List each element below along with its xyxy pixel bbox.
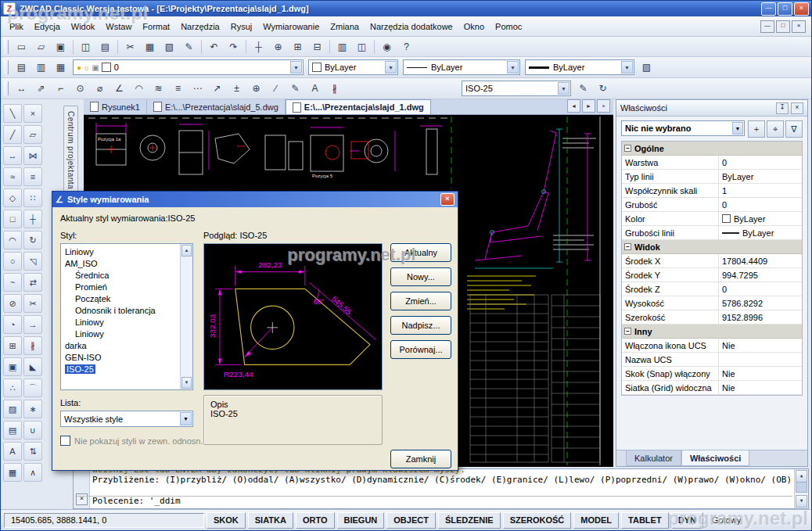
dim-center-mark-icon[interactable]: ⊕ (247, 80, 265, 98)
lineweight-dropdown[interactable]: ByLayer ▼ (525, 59, 634, 75)
new-icon[interactable]: ▭ (13, 38, 31, 56)
make-layer-current-icon[interactable]: ▦ (52, 59, 70, 77)
checkbox-icon[interactable] (60, 436, 70, 446)
prop-group-ogolne[interactable]: −Ogólne (622, 142, 802, 156)
edit-polyline-icon[interactable]: ∧ (23, 463, 42, 482)
construction-line-icon[interactable]: ↔ (3, 146, 22, 165)
undo-icon[interactable]: ↶ (205, 38, 223, 56)
menu-edycja[interactable]: Edycja (29, 20, 66, 34)
menu-pomoc[interactable]: Pomoc (490, 20, 527, 34)
hatch-icon[interactable]: ▨ (3, 400, 22, 418)
plot-icon[interactable]: ▤ (96, 38, 114, 56)
join-icon[interactable]: ∪ (23, 421, 42, 440)
scale-icon[interactable]: ◹ (23, 252, 42, 271)
offset-icon[interactable]: ≡ (23, 167, 42, 186)
dialog-close-icon[interactable]: × (440, 193, 455, 206)
toolbar-grip[interactable] (5, 81, 9, 95)
layer-states-icon[interactable]: ▥ (32, 59, 50, 77)
menu-zmiana[interactable]: Zmiana (325, 20, 365, 34)
doc-tab-e-prezentacja-slajd-1-dwg[interactable]: E:\...\Prezentacja\slajd_1.dwg (286, 99, 431, 114)
current-button[interactable]: Aktualny (390, 243, 451, 262)
polygon-icon[interactable]: ◇ (3, 188, 22, 207)
insert-block-icon[interactable]: ⊞ (3, 336, 22, 355)
chevron-down-icon[interactable]: ▼ (180, 412, 192, 425)
style-item-liniowy[interactable]: Liniowy (61, 246, 192, 257)
command-window-edge[interactable]: × (74, 469, 90, 508)
scrollbar-thumb[interactable] (796, 482, 807, 493)
style-item-poczatek[interactable]: Początek (61, 292, 192, 304)
dim-angular-icon[interactable]: ∠ (110, 80, 128, 98)
prop-row-grubosci-linii[interactable]: Grubości liniiByLayer (622, 226, 802, 240)
prop-row-srodek-x[interactable]: Środek X17804.4409 (622, 254, 802, 268)
dim-aligned-icon[interactable]: ⇗ (32, 80, 50, 98)
dim-quick-icon[interactable]: ≋ (149, 80, 167, 98)
style-item-liniowy[interactable]: Liniowy (61, 316, 192, 328)
redo-icon[interactable]: ↷ (225, 38, 243, 56)
style-item-odnosnik-i-tolerancja[interactable]: Odnosnik i tolerancja (61, 304, 192, 316)
toolbar-grip[interactable] (5, 40, 9, 54)
status-toggle-siatka[interactable]: SIATKA (248, 512, 293, 529)
command-scrollbar[interactable]: ▲ ▼ (794, 469, 808, 508)
tab-scroll-right-icon[interactable]: ► (582, 99, 595, 113)
prop-row-warstwa[interactable]: Warstwa0 (622, 156, 802, 170)
scroll-down-icon[interactable]: ▼ (181, 377, 192, 389)
chevron-down-icon[interactable]: ▼ (558, 82, 569, 95)
title-bar[interactable]: Z ZWCAD Classic Wersja testowa - [E:\Pro… (1, 1, 811, 16)
polyline-icon[interactable]: ≈ (3, 167, 22, 186)
style-item-promien[interactable]: Promień (61, 281, 192, 292)
copy-icon[interactable]: ▱ (23, 125, 42, 144)
status-toggle-dyn[interactable]: DYN (671, 512, 703, 529)
prop-row-nazwa-ucs[interactable]: Nazwa UCS (622, 353, 802, 367)
dim-ordinate-icon[interactable]: ⌐ (52, 80, 70, 98)
command-window[interactable]: × Wciśnij ESC lub ENTER aby zakończyć, l… (73, 468, 809, 509)
array-icon[interactable]: ∷ (23, 188, 42, 207)
quick-select-icon[interactable]: ∇ (785, 120, 803, 138)
dim-oblique-icon[interactable]: ∕ (267, 80, 285, 98)
status-toggle-tablet[interactable]: TABLET (621, 512, 669, 529)
dim-break-icon[interactable]: ∦ (325, 80, 343, 98)
prop-row-kolor[interactable]: KolorByLayer (622, 212, 802, 226)
list-scrollbar[interactable]: ▲ ▼ (180, 244, 192, 389)
menu-wstaw[interactable]: Wstaw (100, 20, 137, 34)
design-center-tab[interactable]: Centrum projektanta (63, 106, 78, 195)
prop-row-srodek-y[interactable]: Środek Y994.7295 (622, 268, 802, 282)
chevron-down-icon[interactable]: ▼ (507, 61, 519, 74)
color-dropdown[interactable]: ByLayer ▼ (308, 59, 398, 75)
prop-row-typ-linii[interactable]: Typ liniiByLayer (622, 170, 802, 184)
dim-update-icon[interactable]: ↻ (594, 80, 612, 98)
collapse-icon[interactable]: − (624, 243, 631, 250)
layer-properties-icon[interactable]: ▤ (13, 59, 31, 77)
plot-style-icon[interactable]: ▧ (638, 59, 656, 77)
open-icon[interactable]: ▱ (32, 38, 50, 56)
menu-okno[interactable]: Okno (458, 20, 490, 34)
close-dialog-button[interactable]: Zamknij (390, 450, 451, 468)
stretch-icon[interactable]: ⇄ (23, 273, 42, 292)
region-icon[interactable]: ▤ (3, 421, 22, 440)
dim-edit-icon[interactable]: ✎ (286, 80, 304, 98)
style-list[interactable]: ▲ ▼ LiniowyAM_ISOŚrednicaPromieńPoczątek… (60, 243, 193, 390)
paste-icon[interactable]: ▧ (160, 38, 178, 56)
pan-icon[interactable]: ┼ (250, 38, 268, 56)
prop-row-wspolczynnik-skali[interactable]: Współczynnik skali1 (622, 184, 802, 198)
chevron-down-icon[interactable]: ▼ (385, 61, 397, 74)
status-toggle-biegun[interactable]: BIEGUN (337, 512, 385, 529)
plot-preview-icon[interactable]: ◫ (77, 38, 95, 56)
menu-wymiarowanie[interactable]: Wymiarowanie (257, 20, 325, 34)
command-input[interactable]: Polecenie: '_ddim (92, 496, 181, 506)
arc-icon[interactable]: ◠ (3, 231, 22, 249)
status-toggle-model[interactable]: MODEL (573, 512, 619, 529)
trim-icon[interactable]: ✂ (23, 294, 42, 313)
panel-tab-kalkulator[interactable]: Kalkulator (626, 450, 681, 466)
ellipse-icon[interactable]: ⊘ (3, 294, 22, 313)
break-icon[interactable]: ∦ (23, 336, 42, 355)
scroll-up-icon[interactable]: ▲ (796, 470, 807, 483)
prop-row-wysokosc[interactable]: Wysokość5786.8292 (622, 296, 802, 310)
doc-tab-e-prezentacja-slajd-5-dwg[interactable]: E:\...\Prezentacja\slajd_5.dwg (147, 99, 286, 114)
chamfer-icon[interactable]: ◣ (23, 357, 42, 376)
prop-row-szerokosc[interactable]: Szerokość9152.8996 (622, 310, 802, 325)
status-toggle-orto[interactable]: ORTO (296, 512, 335, 529)
mdi-minimize-icon[interactable]: — (760, 20, 774, 33)
dim-text-edit-icon[interactable]: A (306, 80, 324, 98)
status-toggle-szerokosc[interactable]: SZEROKOŚĆ (503, 512, 572, 529)
zoom-window-icon[interactable]: ⊞ (289, 38, 307, 56)
